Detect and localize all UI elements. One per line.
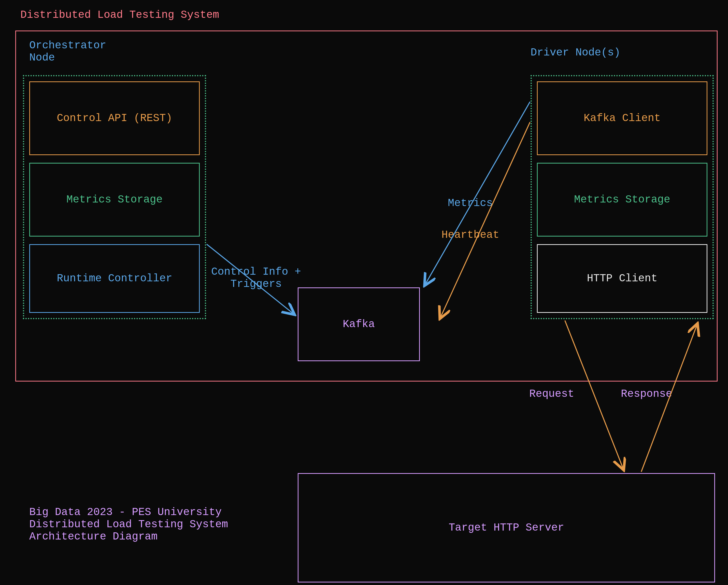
request-label: Request [529,388,574,400]
http-client-box: HTTP Client [537,244,707,313]
heartbeat-label: Heartbeat [441,229,499,241]
orch-metrics-storage-box: Metrics Storage [29,163,200,237]
control-info-label: Control Info + Triggers [211,266,301,290]
target-box: Target HTTP Server [298,473,715,582]
diagram-canvas: Distributed Load Testing System Orchestr… [0,0,728,585]
http-client-label: HTTP Client [587,272,657,285]
kafka-box: Kafka [298,287,420,361]
response-label: Response [621,388,672,400]
orch-metrics-storage-label: Metrics Storage [67,193,163,206]
runtime-controller-label: Runtime Controller [57,272,172,285]
diagram-title: Distributed Load Testing System [20,9,219,21]
orchestrator-title: Orchestrator Node [29,39,106,64]
runtime-controller-box: Runtime Controller [29,244,200,313]
kafka-client-box: Kafka Client [537,81,707,155]
metrics-label: Metrics [448,197,493,209]
driver-metrics-storage-label: Metrics Storage [574,193,670,206]
target-label: Target HTTP Server [449,522,564,534]
control-api-label: Control API (REST) [57,112,172,124]
kafka-client-label: Kafka Client [584,112,660,124]
driver-metrics-storage-box: Metrics Storage [537,163,707,237]
footer-text: Big Data 2023 - PES University Distribut… [29,506,228,543]
control-api-box: Control API (REST) [29,81,200,155]
kafka-label: Kafka [343,318,375,330]
driver-title: Driver Node(s) [530,47,620,59]
